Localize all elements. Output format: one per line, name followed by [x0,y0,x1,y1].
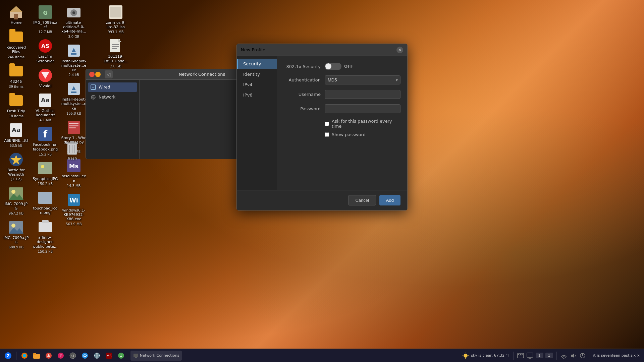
dialog-body: Security Identity IPv4 IPv6 802.1x [237,56,407,190]
password-input[interactable] [325,104,400,113]
cancel-button[interactable]: Cancel [348,195,376,205]
security-toggle-wrap: OFF [325,63,400,70]
desktop: Home Recovered Files 246 items 43245 39 … [0,0,644,362]
toggle-knob [325,63,331,69]
new-profile-dialog: New Profile ✕ Security Identity IPv4 IPv… [236,44,408,210]
dialog-sidebar: Security Identity IPv4 IPv6 [237,56,277,190]
ask-password-checkbox[interactable] [325,122,329,126]
show-password-row: Show password [284,132,400,137]
security-802-label: 802.1x Security [284,64,321,69]
sidebar-item-identity[interactable]: Identity [237,69,277,79]
sidebar-item-security[interactable]: Security [237,59,277,69]
auth-select[interactable]: MD5 TLS LEAP PWD FAST TTLS PEAP [325,75,400,84]
auth-row: Authentication MD5 TLS LEAP PWD FAST TTL… [284,75,400,84]
auth-select-wrap: MD5 TLS LEAP PWD FAST TTLS PEAP [325,75,400,84]
dialog-footer: Cancel Add [237,190,407,210]
username-label: Username [284,92,321,97]
toggle-state-label: OFF [344,64,353,69]
dialog-title: New Profile [241,47,265,52]
security-row: 802.1x Security OFF [284,63,400,70]
auth-label: Authentication [284,77,321,82]
password-label: Password [284,106,321,111]
ask-password-label: Ask for this password every time [332,119,400,129]
dialog-overlay: New Profile ✕ Security Identity IPv4 IPv… [0,0,644,362]
dialog-titlebar: New Profile ✕ [237,44,407,56]
security-toggle[interactable] [325,63,341,70]
sidebar-item-ipv6[interactable]: IPv6 [237,90,277,100]
dialog-content: 802.1x Security OFF Authentication [277,56,407,190]
username-input[interactable] [325,90,400,99]
show-password-label: Show password [332,132,366,137]
dialog-close-button[interactable]: ✕ [396,47,403,53]
ask-password-row: Ask for this password every time [284,119,400,129]
sidebar-item-ipv4[interactable]: IPv4 [237,79,277,90]
password-row: Password [284,104,400,113]
username-row: Username [284,90,400,99]
add-button[interactable]: Add [379,195,400,205]
show-password-checkbox[interactable] [325,132,329,137]
